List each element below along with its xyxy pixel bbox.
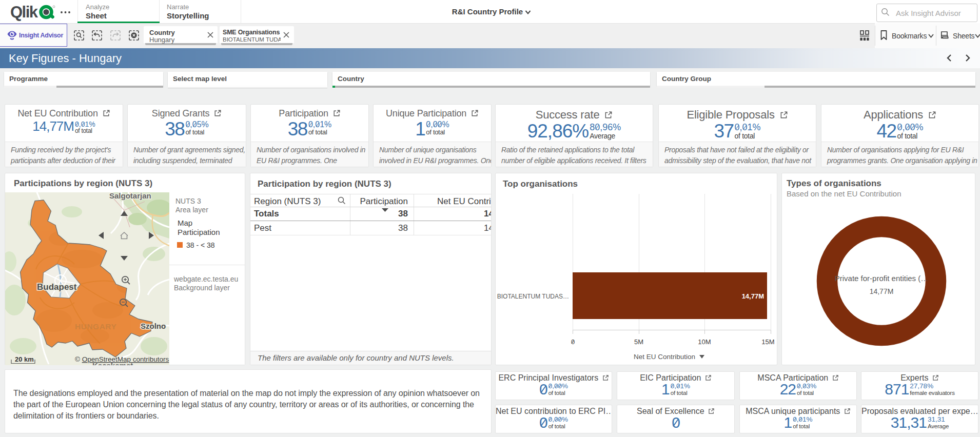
svg-text:Budapest: Budapest — [37, 282, 77, 292]
svg-text:HUNGARY: HUNGARY — [75, 322, 116, 331]
svg-text:Salgotarjan: Salgotarjan — [109, 192, 151, 200]
svg-text:20 km: 20 km — [15, 355, 34, 363]
svg-text:© OpenStreetMap contributors: © OpenStreetMap contributors — [75, 355, 169, 363]
svg-text:Szolno: Szolno — [141, 322, 166, 330]
